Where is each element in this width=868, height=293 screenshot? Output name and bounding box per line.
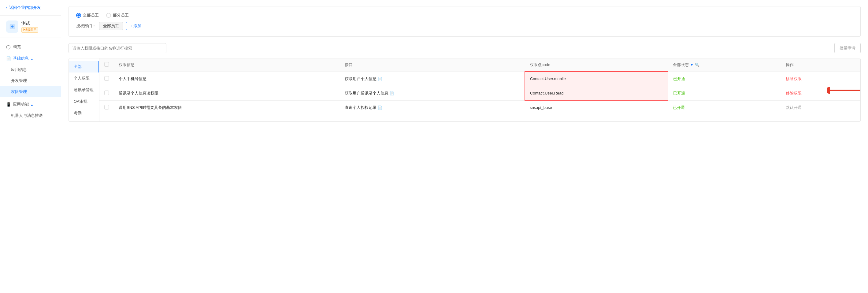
doc-icon-2[interactable]: 📄 — [390, 91, 394, 95]
table-container: 权限信息 接口 权限点code — [99, 58, 860, 115]
back-label: 返回企业内部开发 — [9, 5, 41, 10]
box-icon: ◯ — [6, 45, 11, 49]
sidebar-label-dev-manage: 开发管理 — [11, 78, 27, 83]
sidebar-label-basic-info: 基础信息 — [13, 56, 29, 61]
sidebar-item-basic-info[interactable]: 📄 基础信息 — [0, 53, 61, 64]
category-personal-label: 个人权限 — [74, 76, 90, 80]
th-action-label: 操作 — [786, 62, 794, 67]
row1-checkbox[interactable] — [104, 76, 109, 81]
back-arrow-icon: ‹ — [6, 5, 7, 10]
sidebar-item-app-info[interactable]: 应用信息 — [0, 64, 61, 75]
perm-code-text-1: Contact.User.mobile — [530, 76, 566, 81]
category-oa[interactable]: OA审批 — [69, 96, 99, 107]
interface-label-2: 获取用户通讯录个人信息 — [345, 91, 389, 96]
sidebar-item-perm-manage[interactable]: 权限管理 — [0, 86, 61, 97]
dept-section: 授权部门： 全部员工 + 添加 — [76, 22, 853, 30]
th-perm-info-label: 权限信息 — [119, 62, 134, 67]
radio-all-staff-label: 全部员工 — [83, 12, 99, 18]
main-content: 全部员工 部分员工 授权部门： 全部员工 + 添加 — [61, 0, 868, 293]
category-all[interactable]: 全部 — [69, 61, 99, 72]
sidebar-label-app-func: 应用功能 — [13, 102, 29, 107]
category-oa-label: OA审批 — [74, 99, 88, 104]
search-icon[interactable]: 🔍 — [695, 63, 700, 67]
search-bar: 批量申请 — [68, 43, 861, 53]
bulk-apply-button[interactable]: 批量申请 — [834, 43, 861, 53]
sidebar-label-perm-manage: 权限管理 — [11, 89, 27, 94]
category-personal[interactable]: 个人权限 — [69, 72, 99, 84]
auth-scope-section: 全部员工 部分员工 授权部门： 全部员工 + 添加 — [68, 6, 861, 37]
row2-checkbox[interactable] — [104, 91, 109, 95]
td-check-3 — [99, 100, 114, 115]
doc-icon-3[interactable]: 📄 — [378, 105, 382, 110]
category-contacts[interactable]: 通讯录管理 — [69, 84, 99, 96]
td-status-3: 已开通 — [668, 100, 781, 115]
th-interface-label: 接口 — [345, 62, 353, 67]
td-interface-2: 获取用户通讯录个人信息 📄 — [340, 86, 525, 100]
th-interface: 接口 — [340, 58, 525, 72]
arrow-up-icon-2 — [31, 102, 33, 107]
interface-text-3: 查询个人授权记录 📄 — [345, 105, 382, 110]
th-perm-info: 权限信息 — [114, 58, 340, 72]
row3-checkbox[interactable] — [104, 105, 109, 109]
remove-action-2[interactable]: 移除权限 — [786, 91, 802, 95]
td-status-2: 已开通 — [668, 86, 781, 100]
td-perm-info-1: 个人手机号信息 — [114, 72, 340, 86]
interface-label-3: 查询个人授权记录 — [345, 105, 376, 110]
radio-all-staff-circle — [76, 13, 81, 18]
td-check-1 — [99, 72, 114, 86]
status-text-2: 已开通 — [673, 91, 685, 95]
search-input[interactable] — [68, 43, 166, 53]
radio-partial-staff[interactable]: 部分员工 — [106, 12, 129, 18]
doc-icon-1[interactable]: 📄 — [378, 77, 382, 81]
th-status-label: 全部状态 — [673, 62, 689, 68]
sidebar-nav: ◯ 概览 📄 基础信息 应用信息 开发管理 权限管理 📱 应用功能 — [0, 38, 61, 293]
interface-text-2: 获取用户通讯录个人信息 📄 — [345, 91, 394, 96]
perm-info-text-3: 调用SNS API时需要具备的基本权限 — [119, 105, 182, 110]
file-icon: 📄 — [6, 56, 11, 61]
table-header: 权限信息 接口 权限点code — [99, 58, 860, 72]
app-tag: H5微应用 — [22, 27, 38, 33]
table-row: 通讯录个人信息读权限 获取用户通讯录个人信息 📄 — [99, 86, 860, 100]
add-dept-button[interactable]: + 添加 — [126, 22, 145, 30]
status-text-1: 已开通 — [673, 76, 685, 81]
filter-icon[interactable]: ▼ — [690, 63, 694, 67]
content-area: 全部 个人权限 通讯录管理 OA审批 考勤 — [68, 58, 861, 122]
td-check-2 — [99, 86, 114, 100]
td-interface-1: 获取用户个人信息 📄 — [340, 72, 525, 86]
sidebar-item-robot-msg[interactable]: 机器人与消息推送 — [0, 110, 61, 121]
perm-code-text-3: snsapi_base — [530, 105, 552, 110]
category-tabs: 全部 个人权限 通讯录管理 OA审批 考勤 — [69, 58, 99, 122]
td-perm-code-3: snsapi_base — [525, 100, 668, 115]
perm-info-text-1: 个人手机号信息 — [119, 76, 147, 81]
arrow-up-icon — [31, 56, 33, 61]
app-name-block: 测试 H5微应用 — [22, 21, 38, 33]
radio-group: 全部员工 部分员工 — [76, 12, 853, 18]
th-perm-code-label: 权限点code — [530, 62, 550, 67]
remove-action-1[interactable]: 移除权限 — [786, 76, 802, 81]
sidebar-label-app-info: 应用信息 — [11, 67, 27, 72]
td-perm-code-1: Contact.User.mobile — [525, 72, 668, 86]
app-info-block: 测试 H5微应用 — [0, 15, 61, 38]
td-perm-info-2: 通讯录个人信息读权限 — [114, 86, 340, 100]
header-checkbox[interactable] — [104, 62, 109, 67]
dept-label: 授权部门： — [76, 23, 96, 29]
sidebar-item-overview[interactable]: ◯ 概览 — [0, 41, 61, 53]
category-attendance[interactable]: 考勤 — [69, 107, 99, 119]
radio-all-staff[interactable]: 全部员工 — [76, 12, 99, 18]
interface-text-1: 获取用户个人信息 📄 — [345, 76, 382, 82]
td-action-1: 移除权限 — [781, 72, 860, 86]
table-row: 个人手机号信息 获取用户个人信息 📄 — [99, 72, 860, 86]
sidebar-label-overview: 概览 — [13, 44, 21, 50]
radio-partial-staff-circle — [106, 13, 111, 18]
interface-label-1: 获取用户个人信息 — [345, 76, 376, 82]
sidebar-item-dev-manage[interactable]: 开发管理 — [0, 75, 61, 86]
perm-info-text-2: 通讯录个人信息读权限 — [119, 91, 158, 95]
dept-tag: 全部员工 — [99, 22, 123, 30]
th-perm-code: 权限点code — [525, 58, 668, 72]
category-contacts-label: 通讯录管理 — [74, 88, 94, 92]
back-button[interactable]: ‹ 返回企业内部开发 — [0, 0, 61, 15]
th-status: 全部状态 ▼ 🔍 — [668, 58, 781, 72]
app-logo-icon — [9, 23, 16, 30]
sidebar-item-app-func[interactable]: 📱 应用功能 — [0, 98, 61, 110]
td-action-2: 移除权限 — [781, 86, 860, 100]
